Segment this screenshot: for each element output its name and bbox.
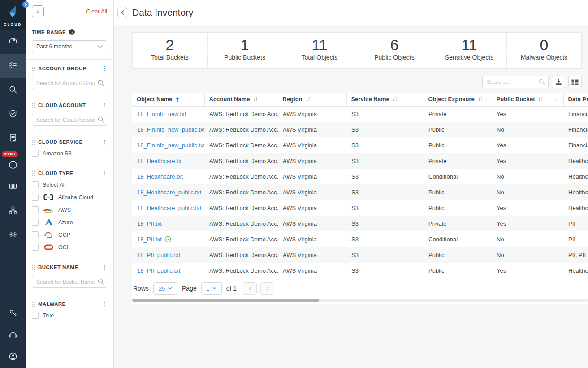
account-group-search-input[interactable] (32, 77, 107, 89)
checkbox-label: Azure (58, 219, 73, 226)
cell-object-exposure: Private (424, 106, 492, 122)
column-header-account-name[interactable]: Account Name (204, 93, 278, 106)
drag-handle-icon[interactable] (32, 265, 35, 270)
column-drag-handle-icon[interactable] (486, 97, 490, 101)
cloud-account-search-input[interactable] (32, 114, 107, 126)
sidebar-item-network[interactable] (0, 199, 26, 223)
object-name-link[interactable]: 18_Healthcare.txt (137, 173, 183, 180)
object-name-link[interactable]: 18_FinInfo_new_public.txt (137, 126, 204, 133)
object-name-link[interactable]: 18_PII.txt (137, 236, 162, 243)
sidebar-item-settings[interactable] (0, 223, 26, 248)
cell-public-bucket: No (492, 122, 563, 137)
stat-value: 6 (357, 37, 432, 53)
clear-all-filters-button[interactable]: Clear All (86, 9, 107, 15)
object-name-link[interactable]: 18_PII.txt (137, 220, 162, 227)
cell-service-name: S3 (346, 153, 424, 169)
profile-icon (8, 351, 18, 363)
checkbox[interactable] (32, 194, 39, 201)
download-csv-button[interactable] (552, 76, 565, 88)
sidebar-item-dashboard[interactable] (0, 30, 26, 54)
checkbox[interactable] (32, 244, 39, 251)
cell-region: AWS Virginia (278, 200, 346, 216)
search-icon (98, 278, 104, 286)
sidebar-item-alerts[interactable]: 9999+ (0, 151, 26, 175)
drag-handle-icon[interactable] (32, 103, 35, 108)
sidebar-item-compute[interactable] (0, 175, 26, 199)
column-header-object-exposure[interactable]: Object Exposure (424, 93, 492, 106)
drag-handle-icon[interactable] (32, 301, 35, 307)
column-header-service-name[interactable]: Service Name (346, 93, 424, 106)
object-name-link[interactable]: 18_FinInfo_new.txt (137, 111, 186, 117)
compute-icon (8, 181, 18, 193)
checkbox-option-true[interactable]: True (32, 312, 107, 319)
cell-account-name: AWS: RedLock Demo Acc... (204, 106, 278, 122)
checkbox-option-alibaba-cloud[interactable]: Alibaba Cloud (32, 193, 107, 201)
settings-icon (8, 230, 18, 241)
kebab-menu-icon[interactable]: ⋮ (101, 139, 107, 145)
checkbox-option-aws[interactable]: awsAWS (32, 206, 107, 214)
checkbox-option-oci[interactable]: OCI (32, 244, 107, 251)
column-header-public-bucket[interactable]: Public Bucket (492, 93, 563, 106)
object-name-link[interactable]: 18_Healthcare_public.txt (137, 189, 201, 196)
sidebar-item-search[interactable] (0, 78, 26, 103)
collapse-filter-button[interactable] (117, 7, 127, 18)
checkbox[interactable] (32, 219, 39, 226)
drag-handle-icon[interactable] (32, 139, 35, 145)
column-settings-button[interactable] (568, 76, 582, 88)
checkbox-option-select-all[interactable]: Select All (32, 181, 107, 188)
column-header-region[interactable]: Region (278, 93, 346, 106)
object-name-link[interactable]: 18_Healthcare_public.txt (137, 205, 201, 211)
checkbox[interactable] (32, 312, 39, 319)
previous-page-button[interactable] (243, 282, 257, 295)
drag-handle-icon[interactable] (32, 171, 35, 176)
kebab-menu-icon[interactable]: ⋮ (101, 102, 107, 108)
kebab-menu-icon[interactable]: ⋮ (101, 264, 107, 270)
scrollbar-track[interactable] (132, 299, 588, 302)
sidebar-item-governance[interactable] (0, 103, 26, 127)
rows-per-page-select[interactable]: 25 (153, 282, 177, 295)
sidebar-item-access-key[interactable] (0, 304, 26, 325)
cell-public-bucket: No (492, 184, 563, 200)
prisma-cloud-logo[interactable]: CLOUD (0, 0, 26, 30)
object-name-link[interactable]: 18_PII_public.txt (137, 252, 180, 258)
checkbox-option-amazon-s3[interactable]: Amazon S3 (32, 150, 107, 157)
checkbox-option-azure[interactable]: Azure (32, 218, 107, 226)
checkbox[interactable] (32, 206, 39, 213)
bucket-name-search-input[interactable] (32, 276, 107, 288)
column-header-object-name[interactable]: Object Name (132, 93, 204, 106)
cell-public-bucket: Yes (492, 216, 563, 231)
sidebar-item-profile[interactable] (0, 347, 26, 368)
governance-icon (8, 109, 18, 120)
pagination-bar: Rows 25 Page 1 of 1 (132, 278, 588, 298)
checkbox-option-gcp[interactable]: GCP (32, 231, 107, 239)
object-name-link[interactable]: 18_PII_public.txt (137, 267, 180, 274)
cell-data-profile: Financial (563, 122, 588, 137)
page-select[interactable]: 1 (201, 282, 222, 295)
expand-filter-badge[interactable] (22, 1, 29, 8)
kebab-menu-icon[interactable]: ⋮ (101, 170, 107, 176)
add-filter-button[interactable]: + (32, 5, 44, 17)
scrollbar-thumb[interactable] (132, 299, 319, 302)
checkbox[interactable] (32, 150, 39, 157)
stat-value: 11 (282, 37, 357, 53)
filter-panel: + Clear All TIME RANGE i Past 6 months A… (26, 0, 114, 368)
column-header-data-profile[interactable]: Data Profile (563, 93, 588, 106)
checkbox[interactable] (32, 231, 39, 238)
cell-object-exposure: Private (424, 216, 492, 231)
kebab-menu-icon[interactable]: ⋮ (101, 65, 107, 71)
object-name-link[interactable]: 18_Healthcare.txt (137, 158, 183, 164)
next-page-button[interactable] (260, 282, 274, 295)
info-icon[interactable]: i (69, 29, 75, 35)
sidebar-item-support[interactable] (0, 325, 26, 347)
time-range-select[interactable]: Past 6 months (32, 40, 107, 52)
drag-handle-icon[interactable] (32, 66, 35, 71)
stat-label: Public Objects (357, 54, 432, 61)
checkbox[interactable] (32, 181, 39, 188)
sidebar-item-inventory[interactable] (0, 54, 26, 78)
object-name-link[interactable]: 18_FinInfo_new_public.txt (137, 142, 204, 149)
table-search (482, 76, 549, 88)
sidebar-item-reports[interactable] (0, 127, 26, 151)
column-drag-handle-icon[interactable] (555, 97, 559, 101)
filter-sections: ACCOUNT GROUP⋮CLOUD ACCOUNT⋮CLOUD SERVIC… (26, 60, 113, 326)
kebab-menu-icon[interactable]: ⋮ (101, 301, 107, 307)
